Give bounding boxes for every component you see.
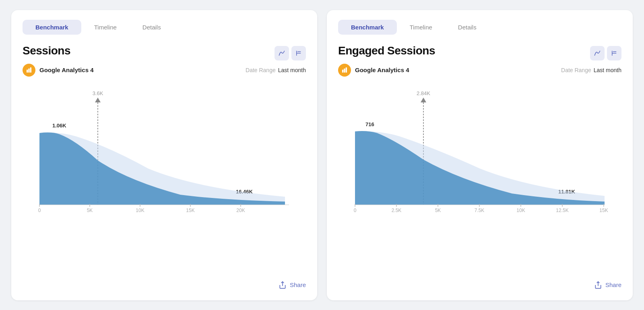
source-left: Google Analytics 4 xyxy=(23,64,93,77)
benchmark-label-2: 2.84K xyxy=(417,90,430,96)
svg-rect-23 xyxy=(342,69,343,72)
ga-icon-2 xyxy=(338,64,351,77)
svg-rect-5 xyxy=(30,67,31,73)
chart-type-icons-2 xyxy=(590,46,621,60)
svg-text:2.5K: 2.5K xyxy=(392,208,402,213)
date-range-value-1: Last month xyxy=(278,67,306,73)
source-name-2: Google Analytics 4 xyxy=(355,67,409,73)
bar-chart-icon-2[interactable] xyxy=(607,46,621,60)
sessions-bottom-row: Share xyxy=(23,281,306,289)
sessions-header: Sessions xyxy=(23,44,306,60)
svg-text:15K: 15K xyxy=(186,208,194,213)
share-label-1: Share xyxy=(290,281,306,288)
engaged-chart: 2.84K 716 11.81K 0 2.5K 5K 7.5K 10K xyxy=(338,88,621,225)
tabs-engaged: Benchmark Timeline Details xyxy=(338,20,621,35)
share-icon-1 xyxy=(279,281,287,289)
svg-text:10K: 10K xyxy=(136,208,144,213)
svg-text:5K: 5K xyxy=(87,208,93,213)
date-range-label-2: Date Range xyxy=(561,67,591,73)
date-range-1: Date Range Last month xyxy=(246,67,306,73)
distribution-chart-icon-2[interactable] xyxy=(590,46,605,60)
svg-text:20K: 20K xyxy=(236,208,245,213)
tabs-sessions: Benchmark Timeline Details xyxy=(23,20,306,35)
source-left-2: Google Analytics 4 xyxy=(338,64,409,77)
engaged-source-row: Google Analytics 4 Date Range Last month xyxy=(338,64,621,77)
svg-text:0: 0 xyxy=(354,208,357,213)
svg-text:0: 0 xyxy=(38,208,41,213)
your-value-label-1: 1.06K xyxy=(52,123,66,129)
tab-timeline-1[interactable]: Timeline xyxy=(81,20,130,35)
distribution-chart-icon[interactable] xyxy=(275,46,289,60)
date-range-label-1: Date Range xyxy=(246,67,276,73)
share-icon-2 xyxy=(594,281,602,289)
svg-marker-26 xyxy=(421,98,426,102)
benchmark-label-1: 3.6K xyxy=(93,90,103,96)
svg-rect-25 xyxy=(346,67,347,73)
source-name-1: Google Analytics 4 xyxy=(39,67,93,73)
svg-text:12.5K: 12.5K xyxy=(556,208,568,213)
engaged-bottom-row: Share xyxy=(338,281,621,289)
engaged-chart-area: 2.84K 716 11.81K 0 2.5K 5K 7.5K 10K xyxy=(338,88,621,271)
tab-details-2[interactable]: Details xyxy=(445,20,489,35)
date-range-2: Date Range Last month xyxy=(561,67,621,73)
tab-benchmark-2[interactable]: Benchmark xyxy=(338,20,397,35)
engaged-header: Engaged Sessions xyxy=(338,44,621,60)
tab-details-1[interactable]: Details xyxy=(130,20,174,35)
svg-text:15K: 15K xyxy=(599,208,608,213)
share-button-2[interactable]: Share xyxy=(594,281,621,289)
your-value-label-2: 716 xyxy=(365,121,374,127)
share-button-1[interactable]: Share xyxy=(279,281,306,289)
svg-rect-24 xyxy=(344,69,345,73)
tab-timeline-2[interactable]: Timeline xyxy=(397,20,445,35)
sessions-chart-area: 3.6K 1.06K 16.46K 0 5K 10K 15K 20K xyxy=(23,88,306,271)
sessions-card: Benchmark Timeline Details Sessions xyxy=(11,10,317,300)
sessions-chart: 3.6K 1.06K 16.46K 0 5K 10K 15K 20K xyxy=(23,88,306,225)
ga-icon-1 xyxy=(23,64,35,77)
svg-text:5K: 5K xyxy=(435,208,441,213)
bar-chart-icon[interactable] xyxy=(291,46,306,60)
sessions-source-row: Google Analytics 4 Date Range Last month xyxy=(23,64,306,77)
share-label-2: Share xyxy=(605,281,621,288)
svg-text:10K: 10K xyxy=(516,208,525,213)
sessions-title: Sessions xyxy=(23,44,70,57)
svg-rect-4 xyxy=(28,69,29,73)
engaged-title: Engaged Sessions xyxy=(338,44,435,57)
date-range-value-2: Last month xyxy=(594,67,621,73)
tab-benchmark-1[interactable]: Benchmark xyxy=(23,20,81,35)
svg-text:7.5K: 7.5K xyxy=(475,208,485,213)
svg-rect-3 xyxy=(27,69,28,72)
chart-type-icons xyxy=(275,46,306,60)
svg-marker-6 xyxy=(95,98,101,102)
engaged-sessions-card: Benchmark Timeline Details Engaged Sessi… xyxy=(327,10,633,300)
